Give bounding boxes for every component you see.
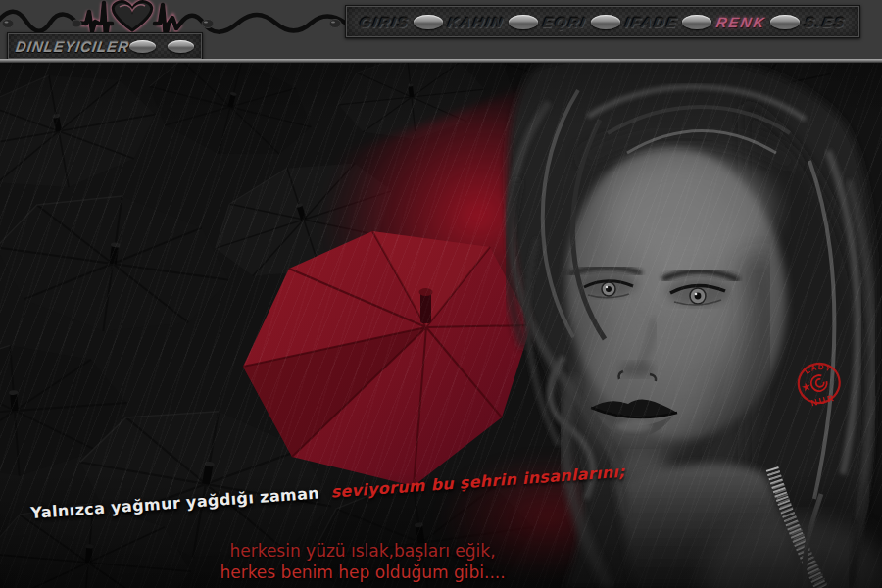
page: GIRIS KAHIN EQRI IFADE RENK S.ES DINLEYI…: [0, 0, 882, 588]
top-navbar: GIRIS KAHIN EQRI IFADE RENK S.ES: [345, 5, 860, 38]
main-artwork: LADY ★ NUR Yalnızca yağmur yağdığı zaman…: [0, 63, 882, 588]
nav-separator-button[interactable]: [591, 15, 620, 29]
portrait-graphic: [0, 63, 882, 588]
red-umbrella-graphic: [243, 231, 531, 486]
listeners-button[interactable]: [129, 40, 156, 53]
svg-text:LADY: LADY: [803, 359, 835, 379]
star-icon: ★: [801, 380, 811, 393]
nav-item-kahin[interactable]: KAHIN: [447, 14, 506, 30]
header-band: GIRIS KAHIN EQRI IFADE RENK S.ES DINLEYI…: [0, 0, 882, 63]
watermark-bottom-text: NUR: [810, 393, 837, 409]
listeners-button[interactable]: [168, 40, 194, 53]
nav-item-eqri[interactable]: EQRI: [541, 14, 588, 30]
nav-separator-button[interactable]: [770, 15, 800, 29]
nav-item-ifade[interactable]: IFADE: [623, 14, 679, 30]
nav-item-giris[interactable]: GIRIS: [359, 14, 412, 30]
listeners-label: DINLEYICILER: [15, 38, 131, 55]
header-divider: [0, 59, 882, 63]
nav-separator-button[interactable]: [414, 15, 443, 29]
nav-item-ses[interactable]: S.ES: [803, 14, 847, 30]
lady-nur-watermark: LADY ★ NUR: [790, 357, 849, 416]
nav-separator-button[interactable]: [509, 15, 538, 29]
listeners-panel: DINLEYICILER: [7, 32, 203, 60]
nav-item-renk[interactable]: RENK: [714, 14, 767, 30]
nav-separator-button[interactable]: [682, 15, 711, 29]
watermark-top-text: LADY: [803, 359, 835, 379]
